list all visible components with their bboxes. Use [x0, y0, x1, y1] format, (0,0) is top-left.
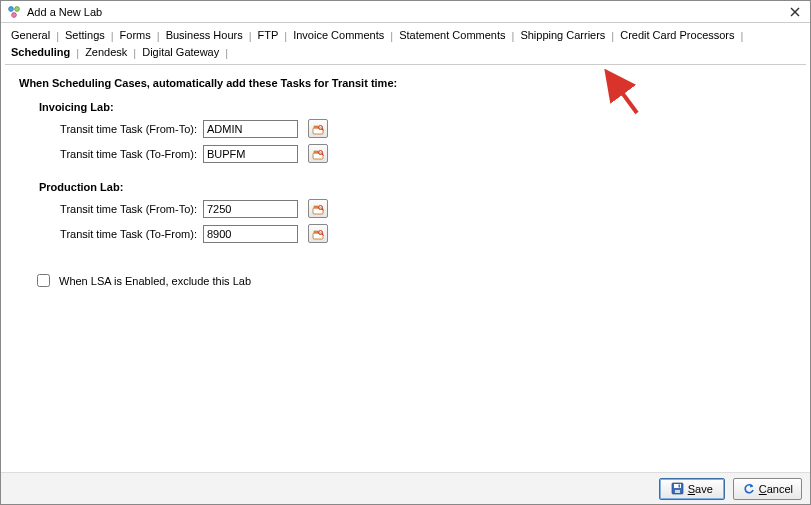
invoicing-from-to-lookup-button[interactable]	[308, 119, 328, 138]
scheduling-heading: When Scheduling Cases, automatically add…	[19, 77, 796, 89]
svg-rect-14	[314, 206, 318, 208]
invoicing-lab-title: Invoicing Lab:	[39, 101, 796, 113]
invoicing-from-to-input[interactable]	[203, 120, 298, 138]
invoicing-to-from-input[interactable]	[203, 145, 298, 163]
lookup-icon	[312, 148, 324, 160]
invoicing-from-to-row: Transit time Task (From-To):	[59, 119, 796, 138]
undo-icon	[742, 482, 755, 495]
window-title: Add a New Lab	[27, 6, 786, 18]
svg-rect-10	[314, 151, 318, 153]
svg-point-0	[9, 6, 14, 11]
tab-forms[interactable]: Forms	[114, 27, 157, 44]
svg-rect-6	[314, 126, 318, 128]
content-pane: When Scheduling Cases, automatically add…	[5, 64, 806, 468]
production-to-from-input[interactable]	[203, 225, 298, 243]
titlebar: Add a New Lab	[1, 1, 810, 23]
cancel-button[interactable]: Cancel	[733, 478, 802, 500]
svg-rect-24	[675, 490, 680, 493]
exclude-lsa-checkbox[interactable]	[37, 274, 50, 287]
tab-general[interactable]: General	[5, 27, 56, 44]
tab-bar: General| Settings| Forms| Business Hours…	[1, 23, 810, 62]
production-from-to-lookup-button[interactable]	[308, 199, 328, 218]
tab-digital-gateway[interactable]: Digital Gateway	[136, 44, 225, 61]
tab-ftp[interactable]: FTP	[252, 27, 285, 44]
scheduling-panel: When Scheduling Cases, automatically add…	[5, 65, 806, 468]
production-to-from-row: Transit time Task (To-From):	[59, 224, 796, 243]
tab-statement-comments[interactable]: Statement Comments	[393, 27, 511, 44]
app-icon	[7, 5, 21, 19]
lookup-icon	[312, 228, 324, 240]
tab-credit-card-processors[interactable]: Credit Card Processors	[614, 27, 740, 44]
invoicing-to-from-label: Transit time Task (To-From):	[59, 148, 199, 160]
tab-shipping-carriers[interactable]: Shipping Carriers	[514, 27, 611, 44]
dialog-footer: Save Cancel	[1, 472, 810, 504]
tab-business-hours[interactable]: Business Hours	[160, 27, 249, 44]
production-to-from-label: Transit time Task (To-From):	[59, 228, 199, 240]
invoicing-to-from-lookup-button[interactable]	[308, 144, 328, 163]
svg-point-2	[12, 12, 17, 17]
close-button[interactable]	[786, 3, 804, 21]
dialog-window: Add a New Lab General| Settings| Forms| …	[0, 0, 811, 505]
tab-settings[interactable]: Settings	[59, 27, 111, 44]
invoicing-from-to-label: Transit time Task (From-To):	[59, 123, 199, 135]
lookup-icon	[312, 203, 324, 215]
production-from-to-row: Transit time Task (From-To):	[59, 199, 796, 218]
save-disk-icon	[671, 482, 684, 495]
tab-scheduling[interactable]: Scheduling	[5, 44, 76, 61]
svg-rect-25	[678, 485, 680, 488]
exclude-lsa-label: When LSA is Enabled, exclude this Lab	[59, 275, 251, 287]
save-button[interactable]: Save	[659, 478, 725, 500]
tab-zendesk[interactable]: Zendesk	[79, 44, 133, 61]
invoicing-to-from-row: Transit time Task (To-From):	[59, 144, 796, 163]
close-icon	[790, 7, 800, 17]
svg-rect-18	[314, 231, 318, 233]
lookup-icon	[312, 123, 324, 135]
production-lab-title: Production Lab:	[39, 181, 796, 193]
svg-point-1	[15, 6, 20, 11]
exclude-lsa-row: When LSA is Enabled, exclude this Lab	[33, 271, 796, 290]
production-from-to-label: Transit time Task (From-To):	[59, 203, 199, 215]
production-from-to-input[interactable]	[203, 200, 298, 218]
tab-invoice-comments[interactable]: Invoice Comments	[287, 27, 390, 44]
production-to-from-lookup-button[interactable]	[308, 224, 328, 243]
